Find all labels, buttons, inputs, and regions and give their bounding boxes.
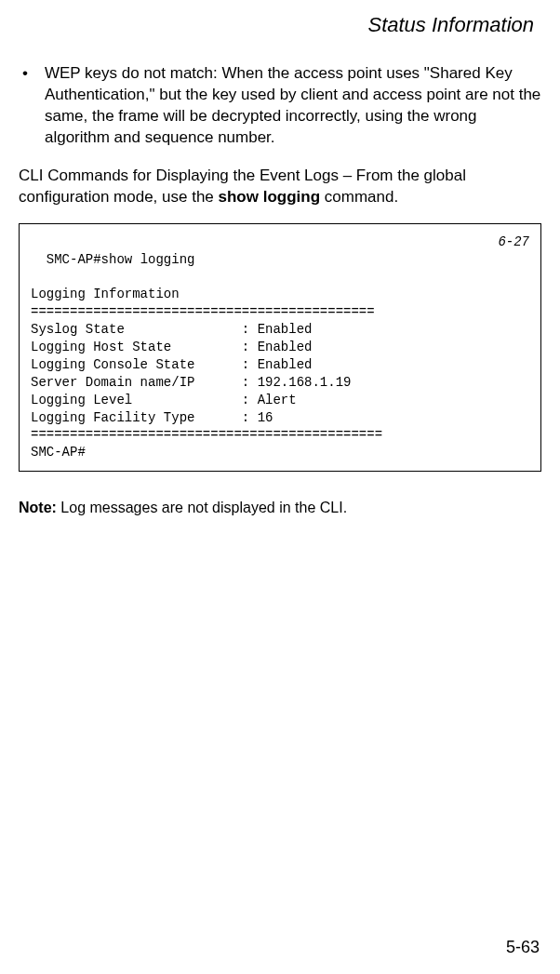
bullet-marker: • [19, 63, 45, 149]
cli-paragraph: CLI Commands for Displaying the Event Lo… [19, 166, 541, 208]
bullet-item: • WEP keys do not match: When the access… [19, 63, 541, 149]
page-number: 5-63 [506, 938, 540, 957]
note-label: Note: [19, 500, 57, 515]
page-header-title: Status Information [19, 13, 541, 37]
bullet-text: WEP keys do not match: When the access p… [45, 63, 541, 149]
code-reference: 6-27 [498, 233, 529, 251]
note-line: Note: Log messages are not displayed in … [19, 498, 541, 518]
code-block: 6-27SMC-AP#show logging Logging Informat… [19, 223, 541, 473]
note-text: Log messages are not displayed in the CL… [57, 500, 347, 515]
code-content: SMC-AP#show logging Logging Information … [31, 252, 382, 460]
paragraph-suffix: command. [320, 188, 398, 206]
paragraph-bold: show logging [219, 188, 321, 206]
